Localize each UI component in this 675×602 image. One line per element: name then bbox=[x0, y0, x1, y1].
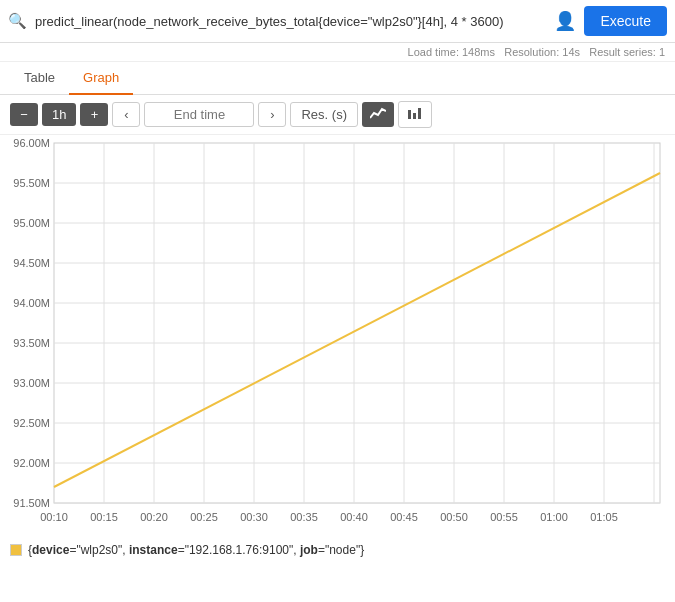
line-chart-button[interactable] bbox=[362, 102, 394, 127]
svg-rect-1 bbox=[413, 113, 416, 119]
svg-text:01:05: 01:05 bbox=[590, 511, 618, 523]
svg-text:92.00M: 92.00M bbox=[13, 457, 50, 469]
svg-text:95.00M: 95.00M bbox=[13, 217, 50, 229]
svg-text:91.50M: 91.50M bbox=[13, 497, 50, 509]
svg-text:94.00M: 94.00M bbox=[13, 297, 50, 309]
interval-button[interactable]: 1h bbox=[42, 103, 76, 126]
user-icon-button[interactable]: 👤 bbox=[554, 10, 576, 32]
next-button[interactable]: › bbox=[258, 102, 286, 127]
svg-text:96.00M: 96.00M bbox=[13, 137, 50, 149]
chart-svg: 96.00M 95.50M 95.00M 94.50M 94.00M 93.50… bbox=[10, 135, 665, 525]
toolbar: − 1h + ‹ › Res. (s) bbox=[0, 95, 675, 135]
svg-text:00:35: 00:35 bbox=[290, 511, 318, 523]
tab-table[interactable]: Table bbox=[10, 62, 69, 95]
result-series: Result series: 1 bbox=[589, 46, 665, 58]
svg-text:00:40: 00:40 bbox=[340, 511, 368, 523]
bar-chart-button[interactable] bbox=[398, 101, 432, 128]
execute-button[interactable]: Execute bbox=[584, 6, 667, 36]
zoom-out-button[interactable]: − bbox=[10, 103, 38, 126]
resolution: Resolution: 14s bbox=[504, 46, 580, 58]
legend-text: {device="wlp2s0", instance="192.168.1.76… bbox=[28, 543, 364, 557]
prev-button[interactable]: ‹ bbox=[112, 102, 140, 127]
svg-text:00:50: 00:50 bbox=[440, 511, 468, 523]
chart-container: 96.00M 95.50M 95.00M 94.50M 94.00M 93.50… bbox=[0, 135, 675, 535]
resolution-button[interactable]: Res. (s) bbox=[290, 102, 358, 127]
svg-rect-0 bbox=[408, 110, 411, 119]
tabs: Table Graph bbox=[0, 62, 675, 95]
svg-text:00:25: 00:25 bbox=[190, 511, 218, 523]
legend: {device="wlp2s0", instance="192.168.1.76… bbox=[0, 535, 675, 565]
meta-info: Load time: 148ms Resolution: 14s Result … bbox=[0, 43, 675, 62]
svg-rect-2 bbox=[418, 108, 421, 119]
end-time-input[interactable] bbox=[144, 102, 254, 127]
svg-text:95.50M: 95.50M bbox=[13, 177, 50, 189]
svg-text:94.50M: 94.50M bbox=[13, 257, 50, 269]
query-input[interactable] bbox=[35, 14, 546, 29]
zoom-in-button[interactable]: + bbox=[80, 103, 108, 126]
svg-text:00:55: 00:55 bbox=[490, 511, 518, 523]
search-icon: 🔍 bbox=[8, 12, 27, 30]
svg-text:92.50M: 92.50M bbox=[13, 417, 50, 429]
svg-text:00:15: 00:15 bbox=[90, 511, 118, 523]
search-bar: 🔍 👤 Execute bbox=[0, 0, 675, 43]
svg-text:00:45: 00:45 bbox=[390, 511, 418, 523]
svg-text:00:20: 00:20 bbox=[140, 511, 168, 523]
tab-graph[interactable]: Graph bbox=[69, 62, 133, 95]
svg-text:00:30: 00:30 bbox=[240, 511, 268, 523]
legend-color-swatch bbox=[10, 544, 22, 556]
svg-rect-3 bbox=[54, 143, 660, 503]
load-time: Load time: 148ms bbox=[408, 46, 495, 58]
svg-text:01:00: 01:00 bbox=[540, 511, 568, 523]
svg-text:00:10: 00:10 bbox=[40, 511, 68, 523]
svg-text:93.00M: 93.00M bbox=[13, 377, 50, 389]
svg-text:93.50M: 93.50M bbox=[13, 337, 50, 349]
